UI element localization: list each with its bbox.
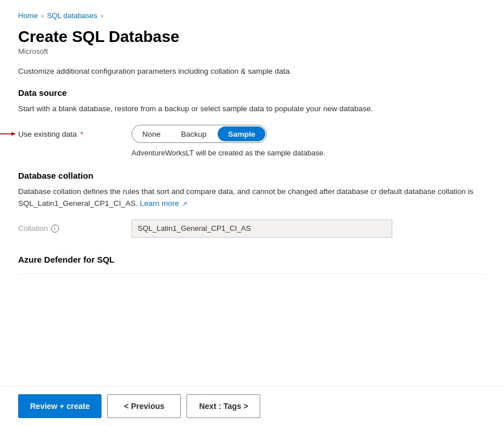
breadcrumb-home[interactable]: Home xyxy=(18,11,38,20)
external-link-icon: ↗ xyxy=(182,200,187,207)
collation-section: Database collation Database collation de… xyxy=(18,171,486,238)
use-existing-data-row: Use existing data * None Backup Sample xyxy=(18,125,486,143)
page-title: Create SQL Database xyxy=(18,28,486,46)
svg-marker-1 xyxy=(11,132,16,136)
data-source-description: Start with a blank database, restore fro… xyxy=(18,103,486,115)
collation-input[interactable] xyxy=(132,220,392,238)
breadcrumb-sep-1: › xyxy=(41,12,44,20)
collation-row: Collation i xyxy=(18,220,486,238)
collation-info-icon[interactable]: i xyxy=(51,225,59,233)
breadcrumb-sql-databases[interactable]: SQL databases xyxy=(47,11,98,20)
use-existing-data-label: Use existing data * xyxy=(18,130,132,138)
required-star: * xyxy=(81,130,83,138)
data-source-section: Data source Start with a blank database,… xyxy=(18,88,486,157)
page-description: Customize additional configuration param… xyxy=(18,67,486,75)
breadcrumb: Home › SQL databases › xyxy=(18,11,486,20)
breadcrumb-sep-2: › xyxy=(101,12,103,20)
previous-button[interactable]: < Previous xyxy=(107,394,181,418)
use-existing-data-toggle[interactable]: None Backup Sample xyxy=(132,125,267,143)
toggle-sample[interactable]: Sample xyxy=(218,126,265,141)
azure-defender-divider xyxy=(18,273,486,274)
azure-defender-heading: Azure Defender for SQL xyxy=(18,255,486,264)
data-source-heading: Data source xyxy=(18,88,486,98)
footer: Review + create < Previous Next : Tags > xyxy=(0,386,504,426)
azure-defender-section: Azure Defender for SQL xyxy=(18,255,486,274)
review-create-button[interactable]: Review + create xyxy=(18,394,101,418)
toggle-backup[interactable]: Backup xyxy=(171,125,217,142)
arrow-indicator xyxy=(0,129,16,138)
next-button[interactable]: Next : Tags > xyxy=(187,394,260,418)
collation-description: Database collation defines the rules tha… xyxy=(18,186,486,209)
sample-helper-text: AdventureWorksLT will be created as the … xyxy=(132,149,486,157)
toggle-none[interactable]: None xyxy=(132,125,171,142)
learn-more-link[interactable]: Learn more ↗ xyxy=(140,199,188,208)
collation-label: Collation i xyxy=(18,224,132,233)
page-subtitle: Microsoft xyxy=(18,47,486,56)
collation-heading: Database collation xyxy=(18,171,486,180)
